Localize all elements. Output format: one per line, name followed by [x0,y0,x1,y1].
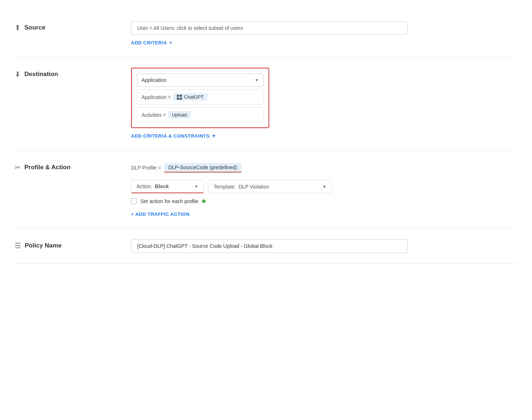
action-template-row: Action: Block ▼ Template: DLP Violation … [131,180,517,193]
dlp-profile-label: DLP Profile = [131,165,161,171]
destination-content: Application ▼ Application = ChatGPT Acti… [131,68,517,140]
source-label-text: Source [24,24,45,31]
template-dropdown-label-text: Template: DLP Violation [214,184,269,190]
application-row-label: Application = [142,94,171,100]
action-dropdown-arrow-icon: ▼ [194,184,198,189]
destination-criteria-box: Application ▼ Application = ChatGPT Acti… [131,68,269,128]
template-value: DLP Violation [238,184,269,190]
destination-label: ⬇ Destination [15,68,116,79]
destination-label-text: Destination [24,71,58,78]
template-dropdown[interactable]: Template: DLP Violation ▼ [208,180,332,193]
profile-action-label: ✂ Profile & Action [15,161,116,172]
profile-action-icon: ✂ [15,163,21,172]
add-constraints-label: ADD CRITERIA & CONSTRAINTS [131,133,210,139]
action-value: Block [155,183,169,189]
profile-action-label-text: Profile & Action [24,164,71,171]
destination-section: ⬇ Destination Application ▼ Application … [15,58,517,151]
action-dropdown-label-text: Action: Block [136,183,169,189]
template-label: Template: [214,184,236,190]
add-constraints-button[interactable]: ADD CRITERIA & CONSTRAINTS ▼ [131,132,517,140]
set-action-label: Set action for each profile [140,198,198,204]
chatgpt-tag-label: ChatGPT [184,94,204,100]
activities-row-label: Activities = [142,112,166,118]
green-status-dot [202,199,206,203]
policy-name-section: ☰ Policy Name [15,229,517,264]
dlp-profile-row: DLP Profile = DLP-SourceCode (predefined… [131,161,517,175]
dlp-profile-value[interactable]: DLP-SourceCode (predefined) [164,163,242,173]
add-constraints-arrow-icon: ▼ [211,133,216,139]
add-criteria-button[interactable]: ADD CRITERIA ▼ [131,39,517,47]
policy-name-label-text: Policy Name [25,242,61,249]
set-action-row: Set action for each profile [131,198,517,204]
set-action-checkbox[interactable] [131,198,137,204]
application-dropdown[interactable]: Application ▼ [137,74,263,87]
application-value-row: Application = ChatGPT [137,90,263,104]
upload-tag[interactable]: Upload [168,111,190,119]
policy-name-label: ☰ Policy Name [15,239,116,250]
add-traffic-action-label: + ADD TRAFFIC ACTION [131,211,190,217]
source-section: ⬆ Source User = All Users: click to sele… [15,11,517,58]
application-dropdown-arrow-icon: ▼ [255,78,259,82]
policy-name-icon: ☰ [15,241,21,250]
source-icon: ⬆ [15,23,21,32]
chatgpt-tag[interactable]: ChatGPT [173,93,207,101]
source-content: User = All Users: click to select subset… [131,21,517,47]
policy-name-input[interactable] [131,239,408,253]
source-label: ⬆ Source [15,21,116,32]
action-dropdown[interactable]: Action: Block ▼ [131,180,204,193]
activities-value-row: Activities = Upload [137,107,263,122]
add-criteria-arrow-icon: ▼ [169,41,172,45]
add-traffic-action-button[interactable]: + ADD TRAFFIC ACTION [131,210,517,218]
add-criteria-label: ADD CRITERIA [131,40,167,45]
template-dropdown-arrow-icon: ▼ [322,185,326,189]
policy-name-content [131,239,517,253]
action-label: Action: [136,183,152,189]
upload-tag-label: Upload [172,112,187,118]
destination-icon: ⬇ [15,70,21,79]
application-dropdown-value: Application [142,77,167,83]
profile-action-section: ✂ Profile & Action DLP Profile = DLP-Sou… [15,151,517,229]
source-field[interactable]: User = All Users: click to select subset… [131,21,408,35]
profile-action-content: DLP Profile = DLP-SourceCode (predefined… [131,161,517,218]
chatgpt-app-icon [177,95,182,100]
